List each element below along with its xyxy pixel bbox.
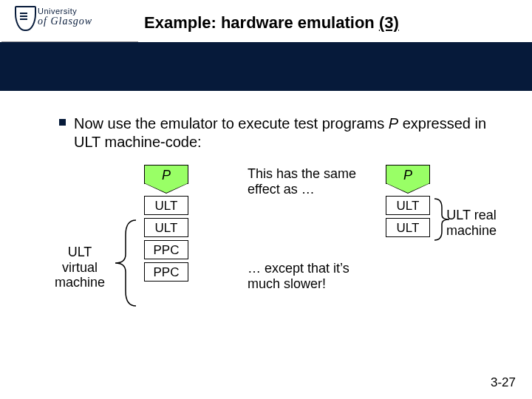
slide-title-text: Example: hardware emulation bbox=[144, 13, 379, 32]
left-P-box: P bbox=[144, 165, 188, 194]
left-P-label: P bbox=[144, 165, 188, 184]
logo-line2: of Glasgow bbox=[38, 16, 92, 27]
university-logo: University of Glasgow bbox=[15, 6, 103, 37]
brace-left-icon bbox=[112, 219, 137, 307]
right-box-ult1: ULT bbox=[386, 196, 430, 215]
diagram: ULT virtual machine P ULT ULT PPC PPC Th… bbox=[0, 165, 532, 357]
left-box-ult2: ULT bbox=[144, 218, 188, 237]
right-box-ult2: ULT bbox=[386, 218, 430, 237]
nav-band bbox=[0, 42, 532, 91]
logo-line1: University bbox=[38, 7, 92, 16]
slide-title: Example: hardware emulation (3) bbox=[144, 13, 399, 33]
right-stack: P ULT ULT bbox=[386, 165, 430, 237]
page-number: 3-27 bbox=[491, 375, 516, 390]
label-virtual-machine: ULT virtual machine bbox=[50, 245, 109, 290]
bullet-text-3: machine-code: bbox=[100, 134, 202, 150]
right-P-box: P bbox=[386, 165, 430, 194]
bullet-item: Now use the emulator to execute test pro… bbox=[74, 115, 488, 151]
logo-text: University of Glasgow bbox=[38, 7, 92, 27]
bullet-text-1: Now use the emulator to execute test pro… bbox=[74, 115, 389, 132]
left-box-ppc2: PPC bbox=[144, 262, 188, 282]
shield-icon bbox=[15, 6, 36, 31]
bullet-icon bbox=[59, 119, 66, 126]
right-P-label: P bbox=[386, 165, 430, 184]
bullet-text-2: expressed in bbox=[398, 115, 486, 132]
left-stack: P ULT ULT PPC PPC bbox=[144, 165, 188, 282]
title-bar: University of Glasgow Example: hardware … bbox=[0, 0, 532, 46]
bullet-P: P bbox=[389, 115, 398, 132]
bullet-ULT: ULT bbox=[74, 134, 100, 150]
note-same-effect: This has the same effect as … bbox=[248, 166, 366, 197]
note-slower: … except that it’s much slower! bbox=[248, 261, 366, 292]
left-box-ppc1: PPC bbox=[144, 240, 188, 259]
arrow-down-icon bbox=[144, 183, 188, 194]
slide-title-number: (3) bbox=[379, 13, 399, 32]
left-box-ult1: ULT bbox=[144, 196, 188, 215]
arrow-down-icon bbox=[386, 183, 430, 194]
label-real-machine: ULT real machine bbox=[442, 208, 501, 238]
